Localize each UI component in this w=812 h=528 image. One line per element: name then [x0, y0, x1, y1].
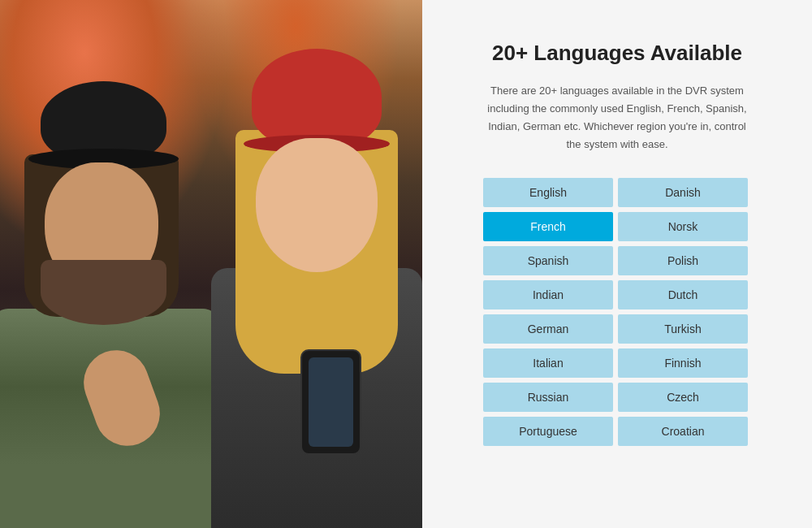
lang-dutch[interactable]: Dutch: [618, 280, 748, 309]
person-left-beard: [41, 260, 166, 325]
person-left-hat: [41, 81, 166, 162]
person-left: [0, 41, 219, 528]
content-area: 20+ Languages Available There are 20+ la…: [422, 0, 812, 528]
lang-croatian[interactable]: Croatian: [618, 417, 748, 446]
person-right-hat: [252, 49, 382, 146]
lang-finnish[interactable]: Finnish: [618, 348, 748, 378]
lang-norsk[interactable]: Norsk: [618, 212, 748, 241]
lang-russian[interactable]: Russian: [483, 383, 613, 412]
lang-french[interactable]: French: [483, 212, 613, 241]
language-grid: English Danish French Norsk Spanish Poli…: [483, 178, 751, 446]
section-description: There are 20+ languages available in the…: [483, 82, 751, 154]
section-title: 20+ Languages Available: [492, 41, 742, 66]
lang-spanish[interactable]: Spanish: [483, 246, 613, 275]
person-right-face: [256, 138, 378, 272]
photo-area: [0, 0, 422, 528]
page-container: 20+ Languages Available There are 20+ la…: [0, 0, 812, 528]
person-right: [195, 24, 422, 528]
lang-czech[interactable]: Czech: [618, 383, 748, 412]
phone: [300, 349, 361, 455]
lang-italian[interactable]: Italian: [483, 348, 613, 378]
lang-polish[interactable]: Polish: [618, 246, 748, 275]
lang-indian[interactable]: Indian: [483, 280, 613, 309]
lang-turkish[interactable]: Turkish: [618, 314, 748, 344]
lang-english[interactable]: English: [483, 178, 613, 207]
lang-danish[interactable]: Danish: [618, 178, 748, 207]
lang-portuguese[interactable]: Portuguese: [483, 417, 613, 446]
lang-german[interactable]: German: [483, 314, 613, 344]
